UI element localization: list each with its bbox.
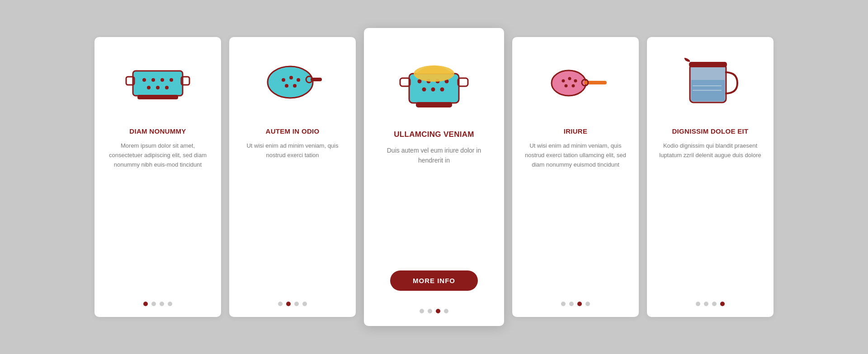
svg-rect-0 bbox=[133, 71, 183, 96]
dot-2-2 bbox=[294, 302, 299, 306]
card-3-icon bbox=[393, 44, 475, 116]
svg-point-26 bbox=[440, 88, 444, 92]
card-4-title: IRIURE bbox=[564, 127, 588, 135]
svg-point-20 bbox=[418, 79, 422, 84]
dot-5-0 bbox=[696, 302, 700, 306]
svg-point-33 bbox=[568, 77, 571, 80]
card-1: DIAM NONUMMY Morem ipsum dolor sit amet,… bbox=[94, 37, 221, 317]
card-3-dots bbox=[420, 302, 448, 313]
svg-point-14 bbox=[297, 78, 300, 82]
card-4-dots bbox=[561, 294, 590, 306]
svg-point-6 bbox=[156, 86, 160, 89]
card-1-icon bbox=[122, 51, 194, 114]
dot-4-1 bbox=[569, 302, 574, 306]
dot-2-3 bbox=[302, 302, 307, 306]
dot-4-2 bbox=[577, 302, 582, 306]
dot-1-3 bbox=[168, 302, 172, 306]
card-4: IRIURE Ut wisi enim ad minim veniam, qui… bbox=[512, 37, 639, 317]
svg-point-3 bbox=[160, 78, 164, 82]
card-4-text: Ut wisi enim ad minim veniam, quis nostr… bbox=[523, 141, 628, 284]
dot-2-0 bbox=[278, 302, 283, 306]
svg-point-2 bbox=[151, 78, 155, 82]
card-3-title: ULLAMCING VENIAM bbox=[394, 130, 474, 139]
card-4-icon bbox=[539, 51, 612, 114]
more-info-button[interactable]: MORE INFO bbox=[390, 270, 478, 291]
card-3: ULLAMCING VENIAM Duis autem vel eum iriu… bbox=[364, 28, 504, 326]
svg-point-7 bbox=[165, 86, 169, 89]
svg-point-34 bbox=[574, 79, 577, 83]
card-5-title: DIGNISSIM DOLOE EIT bbox=[672, 127, 748, 135]
svg-point-24 bbox=[422, 88, 426, 92]
dot-1-2 bbox=[160, 302, 164, 306]
svg-point-36 bbox=[572, 84, 575, 88]
card-1-text: Morem ipsum dolor sit amet, consectetuer… bbox=[105, 141, 210, 284]
svg-rect-10 bbox=[137, 95, 178, 99]
dot-4-0 bbox=[561, 302, 566, 306]
card-2-text: Ut wisi enim ad minim veniam, quis nostr… bbox=[240, 141, 345, 284]
svg-point-31 bbox=[552, 70, 586, 96]
dot-2-1 bbox=[286, 302, 291, 306]
dot-3-1 bbox=[428, 309, 432, 313]
dot-1-1 bbox=[151, 302, 156, 306]
svg-point-16 bbox=[293, 84, 297, 88]
dot-3-3 bbox=[444, 309, 448, 313]
cards-container: DIAM NONUMMY Morem ipsum dolor sit amet,… bbox=[67, 10, 801, 344]
dot-3-2 bbox=[436, 309, 440, 313]
svg-point-15 bbox=[285, 84, 288, 88]
svg-point-25 bbox=[431, 88, 435, 92]
svg-point-11 bbox=[268, 66, 313, 98]
card-5-text: Kodio dignissim qui blandit praesent lup… bbox=[658, 141, 763, 284]
card-5: DIGNISSIM DOLOE EIT Kodio dignissim qui … bbox=[647, 37, 774, 317]
card-2: AUTEM IN ODIO Ut wisi enim ad minim veni… bbox=[229, 37, 356, 317]
svg-point-13 bbox=[289, 76, 293, 79]
card-1-dots bbox=[143, 294, 172, 306]
card-2-dots bbox=[278, 294, 307, 306]
svg-point-35 bbox=[565, 84, 568, 88]
svg-rect-41 bbox=[689, 62, 727, 67]
dot-4-3 bbox=[585, 302, 590, 306]
card-5-icon bbox=[674, 51, 746, 114]
svg-point-5 bbox=[147, 86, 151, 89]
svg-point-1 bbox=[142, 78, 146, 82]
svg-point-4 bbox=[170, 78, 173, 82]
svg-rect-30 bbox=[416, 102, 452, 107]
dot-5-1 bbox=[704, 302, 708, 306]
dot-5-2 bbox=[712, 302, 717, 306]
dot-5-3 bbox=[720, 302, 725, 306]
card-3-text: Duis autem vel eum iriure dolor in hendr… bbox=[377, 145, 491, 260]
card-5-dots bbox=[696, 294, 725, 306]
dot-1-0 bbox=[143, 302, 148, 306]
card-2-icon bbox=[256, 51, 329, 114]
svg-point-12 bbox=[282, 78, 285, 82]
svg-point-32 bbox=[562, 79, 565, 83]
dot-3-0 bbox=[420, 309, 424, 313]
card-2-title: AUTEM IN ODIO bbox=[266, 127, 320, 135]
card-1-title: DIAM NONUMMY bbox=[129, 127, 186, 135]
